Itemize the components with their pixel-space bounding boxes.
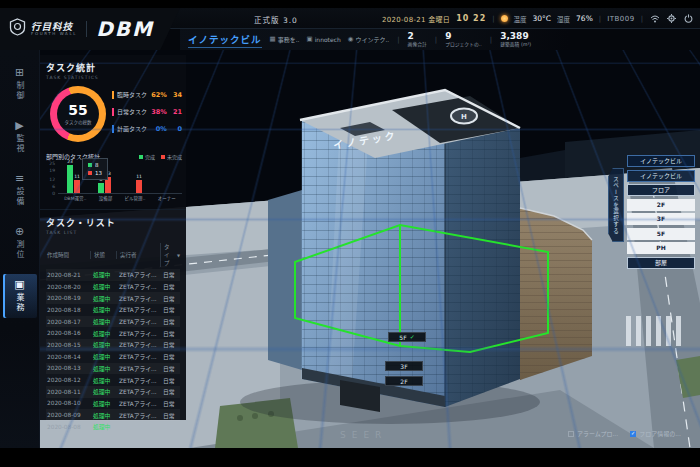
table-row[interactable]: 2020-08-17処理中ZETAアライ...日常 xyxy=(46,316,180,328)
bar-group[interactable]: 11 xyxy=(129,174,142,193)
building-name[interactable]: イノテックビル xyxy=(188,32,262,48)
floor-button-8[interactable]: 部屋 xyxy=(627,257,695,269)
wifi-icon[interactable] xyxy=(649,13,660,24)
checkbox-icon[interactable]: ✓ xyxy=(630,431,636,437)
cell-type: 日常 xyxy=(160,270,180,279)
col-executor: 実行者 xyxy=(116,251,160,259)
floor-button-2[interactable]: イノテックビル xyxy=(627,170,695,182)
company-icon: ▣ xyxy=(307,36,313,43)
task-donut-chart[interactable]: 55 タスクの総数 xyxy=(50,86,106,142)
legend-label: 未完成 xyxy=(167,153,182,160)
project-stat-label: 建築面積 (m²) xyxy=(500,42,531,47)
cell-type: 日常 xyxy=(160,340,180,349)
cell-executor: ZETAアライ... xyxy=(116,364,160,373)
bar: 11 xyxy=(74,174,80,193)
sidebar-item-business[interactable]: ▣業務 xyxy=(3,274,37,318)
time-label: 10 22 xyxy=(456,14,486,23)
y-tick: 6 xyxy=(52,184,55,189)
cell-date: 2020-08-09 xyxy=(46,412,90,418)
scene-toggle-1[interactable]: アラームプロ... xyxy=(568,429,618,438)
app-logo: 行目科技 FOURTH WALL DBM xyxy=(0,8,180,50)
cell-status: 処理中 xyxy=(90,387,116,396)
table-row[interactable]: 2020-08-18処理中ZETAアライ...日常 xyxy=(46,304,180,316)
sort-icon[interactable]: ▼ xyxy=(177,253,180,258)
app-root: H イノテック 5F✓3F2F SEER アラームプロ...✓フロア情報の...… xyxy=(0,8,700,448)
tower-left-wing xyxy=(268,190,302,370)
dept-bar-chart[interactable]: 25191260 231181311 DBM運営..設備部ビル管理..オーナー … xyxy=(46,163,182,205)
bar-group[interactable]: 2311 xyxy=(67,159,80,193)
floor-button-6[interactable]: 5F xyxy=(627,228,695,240)
brand-name-main: DBM xyxy=(96,17,154,41)
project-stat: 9プロジェクトの.. xyxy=(445,32,482,47)
power-icon[interactable] xyxy=(683,13,694,24)
y-tick: 12 xyxy=(49,177,55,182)
bar-chart-plot: 231181311 xyxy=(58,163,182,194)
table-row[interactable]: 2020-08-09処理中ZETAアライ...日常 xyxy=(46,409,180,421)
divider: | xyxy=(490,36,492,44)
sidebar-item-monitor[interactable]: ▶監視 xyxy=(3,115,37,159)
floor-tag-2f[interactable]: 2F xyxy=(385,376,423,386)
task-type-label: 計画タスク xyxy=(117,124,147,133)
table-row[interactable]: 2020-08-11処理中ZETAアライ...日常 xyxy=(46,386,180,398)
table-row[interactable]: 2020-08-12処理中ZETAアライ...日常 xyxy=(46,374,180,386)
floor-tag-3f[interactable]: 3F xyxy=(385,361,423,371)
table-row[interactable]: 2020-08-08処理中ZETAアライ...日常 xyxy=(46,421,180,433)
table-row[interactable]: 2020-08-14処理中ZETAアライ...日常 xyxy=(46,351,180,363)
bar-category-label: DBM運営.. xyxy=(64,195,86,201)
cell-status: 処理中 xyxy=(90,305,116,314)
cell-type: 日常 xyxy=(160,329,180,338)
cell-status: 処理中 xyxy=(90,282,116,291)
sidebar-item-label: 業務 xyxy=(14,293,25,313)
gear-icon[interactable] xyxy=(666,13,677,24)
checkbox-icon[interactable] xyxy=(568,431,574,437)
project-meta-item[interactable]: ◉ウインテク.. xyxy=(348,35,390,44)
floor-button-3[interactable]: フロア xyxy=(627,184,695,196)
floor-button-4[interactable]: 2F xyxy=(627,199,695,211)
floor-tag-label: 3F xyxy=(400,363,407,370)
table-row[interactable]: 2020-08-15処理中ZETAアライ...日常 xyxy=(46,339,180,351)
office-icon: ▦ xyxy=(270,36,276,43)
project-stat-value: 2 xyxy=(408,32,427,42)
legend-item: 完成 xyxy=(139,153,155,160)
table-row[interactable]: 2020-08-16処理中ZETAアライ...日常 xyxy=(46,327,180,339)
task-type-count: 0 xyxy=(170,125,182,133)
bar-chart-y-axis: 25191260 xyxy=(46,163,57,193)
cell-status: 処理中 xyxy=(90,364,116,373)
table-row[interactable]: 2020-08-20処理中ZETAアライ...日常 xyxy=(46,281,180,293)
table-row[interactable]: 2020-08-21処理中ZETAアライ...日常 xyxy=(46,269,180,281)
divider: | xyxy=(641,15,643,23)
floor-tag-5f[interactable]: 5F✓ xyxy=(388,332,426,342)
brand-subtitle: FOURTH WALL xyxy=(31,32,77,36)
tooltip-value: 8 xyxy=(95,162,99,168)
cell-status: 処理中 xyxy=(90,340,116,349)
tree xyxy=(237,415,243,421)
col-type[interactable]: タイプ ▼ xyxy=(160,243,180,267)
project-meta-item[interactable]: ▣innotech xyxy=(307,36,341,43)
table-row[interactable]: 2020-08-10処理中ZETAアライ...日常 xyxy=(46,398,180,410)
cell-executor: ZETAアライ... xyxy=(116,399,160,408)
bar-category-label: 設備部 xyxy=(99,195,113,201)
task-type-swatch xyxy=(112,108,114,116)
sidebar-item-equipment[interactable]: ≡設備 xyxy=(3,168,37,212)
task-type-row: 臨時タスク62%34 xyxy=(112,90,182,99)
task-list-panel: タスク・リスト TASK LIST 作成時間 状態 実行者 タイプ ▼ 2020… xyxy=(40,210,186,420)
bar-group[interactable] xyxy=(160,187,173,193)
table-row[interactable]: 2020-08-13処理中ZETAアライ...日常 xyxy=(46,363,180,375)
project-meta-item[interactable]: ▦事務を.. xyxy=(270,35,300,44)
scene-toggle-label: フロア情報の... xyxy=(639,429,681,438)
floor-button-1[interactable]: イノテックビル xyxy=(627,155,695,167)
sidebar-item-positioning[interactable]: ⊕測位 xyxy=(3,221,37,265)
task-stats-title: タスク統計 xyxy=(46,61,180,74)
sidebar-item-label: 監視 xyxy=(14,134,25,154)
floor-button-7[interactable]: PH xyxy=(627,242,695,254)
cell-type: 日常 xyxy=(160,387,180,396)
space-selector-tab[interactable]: スペースを選択する xyxy=(608,168,624,242)
project-stat-value: 3,389 xyxy=(500,32,531,42)
bar: 11 xyxy=(136,174,142,193)
sidebar-item-control[interactable]: ⊞制御 xyxy=(3,62,37,106)
cell-executor: ZETAアライ... xyxy=(116,282,160,291)
table-row[interactable]: 2020-08-19処理中ZETAアライ...日常 xyxy=(46,292,180,304)
scene-toggle-2[interactable]: ✓フロア情報の... xyxy=(630,429,681,438)
cell-status: 処理中 xyxy=(90,317,116,326)
floor-button-5[interactable]: 3F xyxy=(627,213,695,225)
